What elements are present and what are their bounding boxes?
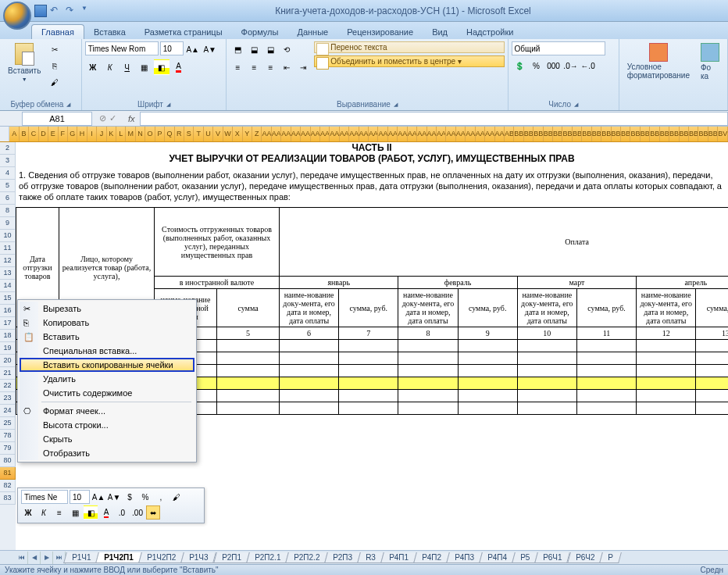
ctx-row-height[interactable]: Высота строки... [20,418,194,432]
align-left-icon[interactable]: ≡ [230,59,245,75]
sheet-tab[interactable]: Р6Ч1 [534,552,570,563]
orientation-icon[interactable]: ⟲ [279,41,294,57]
decrease-decimal-icon[interactable]: ←.0 [580,58,596,73]
ctx-clear[interactable]: Очистить содержимое [20,386,194,400]
ctx-cut[interactable]: ✂Вырезать [20,302,194,316]
sheet-tab[interactable]: Р6Ч2 [567,552,603,563]
mini-font-family[interactable] [21,490,68,504]
ctx-paste[interactable]: 📋Вставить [20,330,194,344]
sheet-tab[interactable]: Р4П1 [380,552,417,563]
align-top-icon[interactable]: ⬒ [230,41,245,57]
sheet-tab[interactable]: Р2П3 [324,552,361,563]
sheet-tab[interactable]: Р2П1 [213,552,250,563]
tab-data[interactable]: Данные [287,25,337,39]
sheet-tab[interactable]: Р1Ч1 [63,552,99,563]
italic-button[interactable]: К [102,59,118,75]
office-button[interactable] [3,2,31,30]
ctx-hide[interactable]: Скрыть [20,432,194,446]
ctx-unhide[interactable]: Отобразить [20,446,194,460]
tab-formulas[interactable]: Формулы [232,25,288,39]
increase-indent-icon[interactable]: ⇥ [295,59,311,75]
ctx-paste-copied-cells[interactable]: Вставить скопированные ячейки [20,358,194,372]
font-size-select[interactable] [160,41,184,55]
number-format-select[interactable] [512,41,605,55]
tab-insert[interactable]: Вставка [84,25,135,39]
cut-icon[interactable]: ✂ [47,41,62,57]
align-bottom-icon[interactable]: ⬓ [262,41,278,57]
align-center-icon[interactable]: ≡ [246,59,262,75]
status-message: Укажите ячейку и нажмите ВВОД или выбери… [5,566,219,574]
shrink-font-icon[interactable]: A▼ [202,41,218,57]
sheet-tab[interactable]: Р4П4 [479,552,516,563]
mini-currency-icon[interactable]: $ [123,490,137,504]
column-headers[interactable]: ABCDEFGHIJKLMNOPQRSTUVWXYZAAAAAAAAAAAAAA… [0,127,728,142]
mini-align-center-icon[interactable]: ≡ [52,505,66,520]
redo-icon[interactable]: ↷ [66,5,78,17]
sheet-tab[interactable]: Р2П2.2 [285,552,328,563]
sheet-tab[interactable]: Р2П2.1 [246,552,289,563]
sheet-tab[interactable]: Р1Ч2П2 [138,552,184,563]
format-painter-icon[interactable]: 🖌 [47,74,62,90]
tab-nav-next[interactable]: ▶ [41,552,53,564]
format-table-button[interactable]: Фо ка [696,41,724,82]
font-family-select[interactable] [85,41,159,55]
fill-color-button[interactable]: ◧ [154,59,170,75]
tab-layout[interactable]: Разметка страницы [135,25,232,39]
ctx-delete[interactable]: Удалить [20,372,194,386]
ctx-copy[interactable]: ⎘Копировать [20,316,194,330]
mini-dec-decimal-icon[interactable]: .0 [115,505,129,520]
border-button[interactable]: ▦ [137,59,152,75]
grow-font-icon[interactable]: A▲ [185,41,201,57]
mini-merge-icon[interactable]: ⬌ [146,505,160,520]
tab-addins[interactable]: Надстройки [457,25,523,39]
formula-input[interactable] [140,112,728,126]
qat-dropdown-icon[interactable]: ▼ [81,5,94,17]
mini-font-size[interactable] [70,490,90,504]
tab-review[interactable]: Рецензирование [337,25,423,39]
tab-home[interactable]: Главная [31,24,84,39]
sheet-tab[interactable]: P [599,552,621,563]
tab-nav-prev[interactable]: ◀ [28,552,41,564]
mini-comma-icon[interactable]: , [154,490,168,504]
sheet-tab[interactable]: Р1Ч3 [180,552,216,563]
ctx-format-cells[interactable]: ⎔Формат ячеек... [20,404,194,418]
merge-center-button[interactable]: Объединить и поместить в центре ▾ [314,55,504,67]
copy-icon[interactable]: ⎘ [47,58,62,73]
font-color-button[interactable]: A [171,59,187,75]
mini-italic-icon[interactable]: К [37,505,51,520]
wrap-text-button[interactable]: Перенос текста [314,41,504,53]
tab-nav-first[interactable]: ⏮ [16,552,28,564]
mini-bold-icon[interactable]: Ж [21,505,35,520]
bold-button[interactable]: Ж [85,59,101,75]
fx-icon[interactable]: fx [128,114,135,123]
underline-button[interactable]: Ч [120,59,135,75]
undo-icon[interactable]: ↶ [50,5,62,17]
window-title: Книга-учета-доходов-и-расходов-УСН (11) … [94,5,712,16]
name-box[interactable] [22,112,92,126]
paste-button[interactable]: Вставить ▼ [3,41,45,84]
mini-shrink-font-icon[interactable]: A▼ [107,490,121,504]
sheet-tab[interactable]: Р1Ч2П1 [96,552,142,563]
mini-format-painter-icon[interactable]: 🖌 [170,490,184,504]
percent-icon[interactable]: % [529,58,544,73]
row-headers[interactable]: 2345689101112131415161718192021222324257… [0,142,16,553]
mini-inc-decimal-icon[interactable]: .00 [130,505,145,520]
currency-icon[interactable]: 💲 [512,58,527,73]
mini-border-icon[interactable]: ▦ [68,505,82,520]
mini-fill-icon[interactable]: ◧ [84,505,98,520]
increase-decimal-icon[interactable]: .0→ [563,58,579,73]
align-right-icon[interactable]: ≡ [262,59,278,75]
sheet-tab[interactable]: Р4П2 [413,552,450,563]
align-middle-icon[interactable]: ⬓ [246,41,262,57]
sheet-tab[interactable]: Р4П3 [446,552,483,563]
save-icon[interactable] [34,5,47,17]
conditional-formatting-button[interactable]: Условное форматирование [623,41,694,81]
mini-grow-font-icon[interactable]: A▲ [91,490,105,504]
copy-icon: ⎘ [23,318,34,329]
decrease-indent-icon[interactable]: ⇤ [279,59,294,75]
mini-percent-icon[interactable]: % [138,490,152,504]
tab-view[interactable]: Вид [423,25,457,39]
ctx-paste-special[interactable]: Специальная вставка... [20,344,194,358]
comma-icon[interactable]: 000 [546,58,562,73]
mini-font-color-icon[interactable]: A [99,505,113,520]
